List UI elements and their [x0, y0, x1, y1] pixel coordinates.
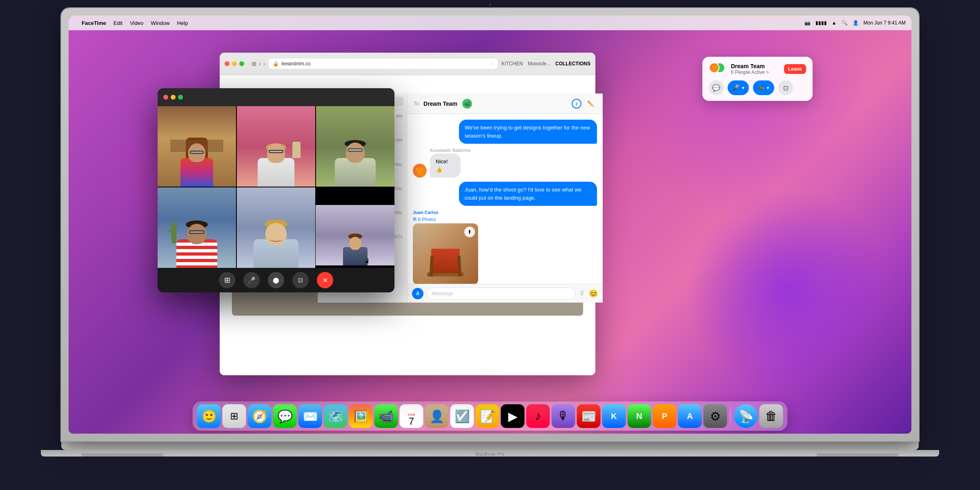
search-icon[interactable]: 🔍: [842, 20, 848, 26]
dock-launchpad[interactable]: ⊞: [223, 404, 246, 428]
dock-messages[interactable]: 💬: [273, 404, 297, 428]
dock-news[interactable]: 📰: [577, 404, 601, 428]
facetime-titlebar: [158, 88, 394, 106]
menu-bar-right: 📷 ▮▮▮▮ ▲ 🔍 👤 Mon Jun 7 9:41 AM: [804, 20, 906, 26]
camera-btn[interactable]: ⬤: [268, 272, 284, 288]
menu-edit[interactable]: Edit: [114, 20, 122, 26]
compose-btn[interactable]: ✏️: [585, 98, 596, 109]
dock-facetime[interactable]: 📹: [374, 404, 398, 428]
facetime-traffic-lights[interactable]: [163, 95, 183, 100]
tab-kitchen[interactable]: KITCHEN: [501, 61, 523, 67]
phone-emoji: 📱: [364, 258, 370, 264]
bubble-received-1: Nice! 👍: [430, 154, 461, 178]
person-6: 📱: [339, 233, 372, 265]
video-tile-6-overlay: 📱: [316, 205, 394, 265]
dock-notes[interactable]: 📝: [476, 404, 499, 428]
p5-smile: [270, 238, 283, 242]
back-icon[interactable]: ‹: [259, 60, 261, 67]
sp-chat-btn[interactable]: 💬: [709, 80, 724, 95]
macbook-lid: FaceTime Edit Video Window Help 📷 ▮▮▮▮ ▲…: [61, 8, 919, 441]
chair-back-photo: [431, 249, 460, 273]
macbook-label: MacBook Pro: [475, 452, 505, 457]
macbook-base: MacBook Pro: [41, 450, 939, 457]
dock-contacts[interactable]: 👤: [425, 404, 449, 428]
chat-header: To: Dream Team 📹 i ✏️: [407, 94, 603, 114]
chat-info-btn[interactable]: i: [572, 99, 581, 109]
dock-appletv[interactable]: ▶: [501, 404, 525, 428]
macbook-chin: [61, 441, 919, 450]
screen-share-btn[interactable]: ⊡: [292, 272, 309, 288]
photo-thumbnail[interactable]: ⬆: [413, 223, 478, 284]
p1-head: [188, 143, 205, 162]
dock-music[interactable]: ♪: [526, 404, 550, 428]
dictation-icon[interactable]: 🎙: [579, 290, 586, 297]
dock-pages[interactable]: P: [653, 404, 677, 428]
facetime-min-btn[interactable]: [171, 95, 176, 100]
emoji-btn[interactable]: 😊: [589, 289, 598, 298]
p1-glasses: [190, 151, 204, 154]
dock-photos[interactable]: 🖼️: [349, 404, 373, 428]
address-bar[interactable]: 🔒 leeandnim.co ···: [268, 58, 498, 69]
p4-head: [187, 224, 207, 244]
photo-message-group: Juan Carlos ⊞ 6 Photos: [413, 210, 478, 284]
p6-head: [349, 237, 361, 250]
share-photo-btn[interactable]: ⬆: [464, 227, 475, 237]
facetime-window[interactable]: 📱 ⊞ 🎤 ⬤ ⊡ ✕: [158, 88, 394, 292]
sp-title: Dream Team: [731, 63, 780, 69]
received-col-1: Konstantin Babichev Nice! 👍: [430, 148, 471, 178]
sp-cam-btn[interactable]: 📹 ▼: [753, 80, 774, 95]
juan-carlos-label: Juan Carlos: [413, 210, 478, 215]
maximize-button[interactable]: [239, 61, 244, 66]
dock-safari[interactable]: 🧭: [248, 404, 272, 428]
dock-mail[interactable]: ✉️: [298, 404, 322, 428]
tab-monocle[interactable]: Monocle...: [528, 61, 550, 67]
sidebar-toggle-icon[interactable]: ⊞: [252, 60, 256, 67]
video-call-icon[interactable]: 📹: [464, 101, 470, 107]
dock-podcasts[interactable]: 🎙: [552, 404, 575, 428]
dock-reminders[interactable]: ☑️: [450, 404, 474, 428]
sp-mic-btn[interactable]: 🎤 ▼: [728, 80, 749, 95]
dock-calendar[interactable]: JUN 7: [400, 404, 423, 428]
person-1: [168, 138, 225, 187]
menu-window[interactable]: Window: [151, 20, 169, 26]
sp-leave-btn[interactable]: Leave: [784, 64, 806, 74]
minimize-button[interactable]: [232, 61, 237, 66]
camera-icon: 📷: [804, 20, 811, 26]
app-name[interactable]: FaceTime: [82, 20, 106, 26]
user-icon[interactable]: 👤: [853, 20, 859, 26]
chat-avatar-adam: 🧡: [413, 164, 427, 178]
menu-help[interactable]: Help: [177, 20, 188, 26]
video-tile-4: [158, 187, 236, 268]
dock-airdrop[interactable]: 📡: [734, 404, 758, 428]
p2-glasses: [269, 150, 283, 153]
safari-nav[interactable]: ⊞ ‹ ›: [252, 60, 265, 67]
datetime: Mon Jun 7 9:41 AM: [864, 20, 906, 26]
tab-collections[interactable]: COLLECTIONS: [555, 61, 590, 67]
mic-btn[interactable]: 🎤: [243, 272, 260, 288]
chat-recipient: Dream Team: [423, 100, 457, 107]
facetime-max-btn[interactable]: [178, 95, 183, 100]
sp-screen-share-btn[interactable]: ⊡: [778, 80, 793, 95]
bubble-sent-2: Juan, how'd the shoot go? I'd love to se…: [459, 182, 597, 206]
dock-numbers[interactable]: N: [628, 404, 651, 428]
dock-keynote[interactable]: K: [602, 404, 626, 428]
dock-maps[interactable]: 🗺️: [324, 404, 347, 428]
dock-appstore[interactable]: A: [678, 404, 702, 428]
dock-syspreferences[interactable]: ⚙: [704, 404, 727, 428]
sp-controls: 💬 🎤 ▼ 📹 ▼ ⊡: [709, 80, 806, 95]
traffic-lights[interactable]: [225, 61, 244, 66]
forward-icon[interactable]: ›: [263, 60, 265, 67]
share-icon[interactable]: ···: [490, 61, 494, 67]
messages-chat-window: To: Dream Team 📹 i ✏️ We've been trying …: [407, 94, 603, 303]
imessage-input[interactable]: iMessage: [427, 287, 576, 300]
macos-desktop: FaceTime Edit Video Window Help 📷 ▮▮▮▮ ▲…: [69, 16, 911, 434]
dock-finder[interactable]: 🙂: [197, 404, 221, 428]
end-call-btn[interactable]: ✕: [317, 272, 333, 288]
dock-trash[interactable]: 🗑: [760, 404, 783, 428]
facetime-close-btn[interactable]: [163, 95, 168, 100]
menu-video[interactable]: Video: [130, 20, 143, 26]
safari-tabs[interactable]: KITCHEN Monocle... COLLECTIONS: [501, 61, 590, 67]
app-picker-btn[interactable]: A: [412, 288, 423, 299]
close-button[interactable]: [225, 61, 229, 66]
sidebar-btn[interactable]: ⊞: [219, 272, 235, 288]
